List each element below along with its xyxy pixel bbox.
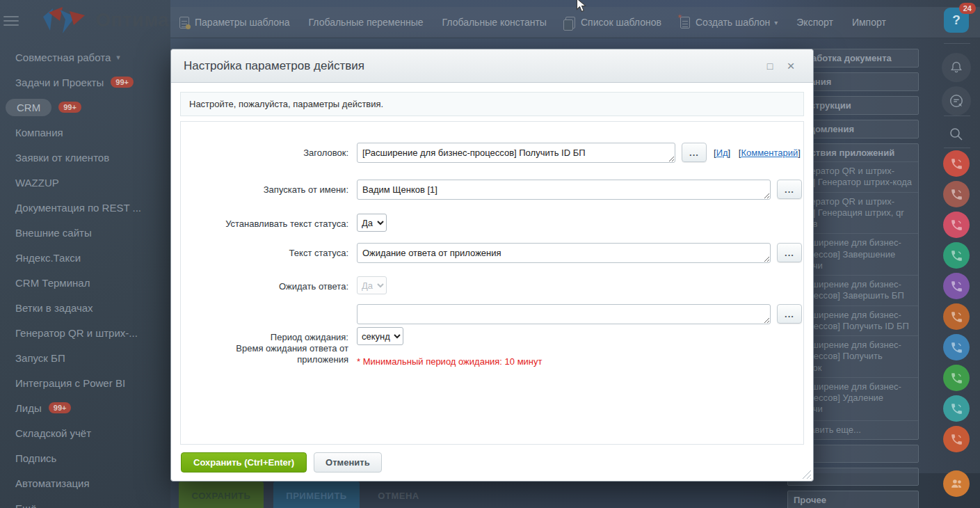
phone-icon[interactable] xyxy=(943,303,970,330)
set-status-text-select[interactable]: Да xyxy=(357,214,387,232)
toolbar-item-label: Импорт xyxy=(852,17,886,28)
title-input[interactable]: [Расширение для бизнес-процессов] Получи… xyxy=(357,143,675,163)
count-badge: 99+ xyxy=(58,102,81,113)
cancel-button[interactable]: Отменить xyxy=(314,452,382,473)
sidebar-item[interactable]: Документация по REST ... xyxy=(15,195,165,220)
sidebar-item[interactable]: CRM Терминал xyxy=(15,270,165,295)
search-icon xyxy=(948,126,965,143)
maximize-icon[interactable]: □ xyxy=(763,59,777,73)
sidebar-item[interactable]: Ветки в задачах xyxy=(15,295,165,320)
menu-burger-icon[interactable] xyxy=(3,16,19,27)
close-icon[interactable]: × xyxy=(784,59,798,73)
field-label-status-text: Текст статуса: xyxy=(181,243,348,259)
phone-icon[interactable] xyxy=(943,426,970,452)
sidebar-item[interactable]: Генератор QR и штрих-... xyxy=(15,320,165,345)
phone-icon[interactable] xyxy=(943,334,970,360)
sidebar-item[interactable]: Автоматизация xyxy=(15,470,165,495)
toolbar-item[interactable]: Глобальные константы xyxy=(442,17,547,28)
dialog-info-message: Настройте, пожалуйста, параметры действи… xyxy=(180,92,804,116)
toolbar-item[interactable]: Импорт xyxy=(852,17,886,28)
phone-icon[interactable] xyxy=(943,273,970,299)
sidebar-item[interactable]: Заявки от клиентов xyxy=(15,145,165,170)
phone-icon[interactable] xyxy=(943,212,970,238)
phone-icon[interactable] xyxy=(943,150,970,177)
users-icon[interactable] xyxy=(943,470,970,497)
phone-icon[interactable] xyxy=(943,395,970,422)
sidebar-item[interactable]: Яндекс.Такси xyxy=(15,245,165,270)
sidebar-item-label: Запуск БП xyxy=(15,352,65,364)
toolbar-item[interactable]: Глобальные переменные xyxy=(309,17,424,28)
sidebar-item[interactable]: Ещё - xyxy=(15,495,165,508)
toolbar-item-label: Экспорт xyxy=(796,17,833,28)
dialog-title: Настройка параметров действия xyxy=(171,49,813,83)
sidebar-item-label: Задачи и Проекты xyxy=(15,77,104,88)
param-link-anchor[interactable]: Комментарий xyxy=(741,148,798,158)
create-template-icon xyxy=(680,17,690,29)
sidebar-item[interactable]: Внешние сайты xyxy=(15,220,165,245)
notifications-button[interactable] xyxy=(942,53,971,82)
sidebar-item-label: CRM Терминал xyxy=(15,277,90,289)
field-label-wait-period: Период ожидания: Время ожидания ответа о… xyxy=(181,327,348,365)
action-category-other[interactable]: Прочее xyxy=(787,491,919,508)
dialog-resize-handle[interactable] xyxy=(801,469,811,479)
question-icon: ? xyxy=(952,13,961,28)
messenger-button[interactable] xyxy=(942,86,971,116)
toolbar-item-label: Создать шаблон xyxy=(696,17,770,28)
sidebar-item[interactable]: Лиды 99+ xyxy=(15,395,165,420)
sidebar-item[interactable]: CRM 99+ xyxy=(15,95,165,120)
status-text-input[interactable]: Ожидание ответа от приложения xyxy=(357,243,771,263)
sidebar-menu: Совместная работа ▾ Задачи и Проекты 99+… xyxy=(15,45,165,508)
save-button[interactable]: Сохранить (Ctrl+Enter) xyxy=(181,452,307,473)
field-label-set-status-text: Устанавливать текст статуса: xyxy=(181,214,348,230)
sidebar-item[interactable]: Складской учёт xyxy=(15,420,165,445)
param-link-anchor[interactable]: Ид xyxy=(716,148,728,158)
sidebar-item-label: Складской учёт xyxy=(15,427,91,439)
phone-icon[interactable] xyxy=(943,365,970,391)
help-count-badge: 24 xyxy=(959,3,976,14)
sidebar-item[interactable]: WAZZUP xyxy=(15,170,165,195)
run-as-more-button[interactable]: ... xyxy=(777,180,802,199)
toolbar-item[interactable]: Список шаблонов xyxy=(565,17,661,29)
logo[interactable]: Оптима xyxy=(42,6,169,35)
sidebar-item-label: Совместная работа xyxy=(15,51,111,63)
bell-icon xyxy=(949,61,963,74)
logo-text: Оптима xyxy=(96,10,169,31)
sidebar-item[interactable]: Компания xyxy=(15,120,165,145)
wait-period-value-input[interactable] xyxy=(357,304,771,324)
action-settings-dialog: Настройка параметров действия □ × Настро… xyxy=(170,49,814,482)
sidebar-item-label: Ещё - xyxy=(15,502,43,508)
sidebar-item[interactable]: Совместная работа ▾ xyxy=(15,45,165,70)
help-button[interactable]: ? 24 xyxy=(944,8,969,33)
status-text-more-button[interactable]: ... xyxy=(777,243,802,262)
phone-icon[interactable] xyxy=(943,242,970,269)
logo-mark-icon xyxy=(42,6,92,35)
title-more-button[interactable]: ... xyxy=(682,143,707,162)
designer-apply-button[interactable]: ПРИМЕНИТЬ xyxy=(273,482,360,508)
chevron-down-icon: ▾ xyxy=(774,19,778,26)
toolbar-item[interactable]: Параметры шаблона xyxy=(179,17,290,29)
designer-save-button[interactable]: СОХРАНИТЬ xyxy=(179,482,264,508)
wait-response-select[interactable]: Да xyxy=(357,276,387,294)
designer-cancel-button[interactable]: ОТМЕНА xyxy=(371,482,426,508)
count-badge: 99+ xyxy=(49,402,72,413)
sidebar-item[interactable]: Интеграция с Power BI xyxy=(15,370,165,395)
wait-period-more-button[interactable]: ... xyxy=(777,304,802,324)
messenger-icon xyxy=(949,93,964,109)
toolbar-item[interactable]: Создать шаблон ▾ xyxy=(680,17,778,29)
toolbar-item[interactable]: Экспорт xyxy=(796,17,833,28)
dialog-titlebar[interactable]: Настройка параметров действия □ × xyxy=(171,49,813,83)
sidebar-item-label: Генератор QR и штрих-... xyxy=(15,327,138,339)
right-icon-rail: ? 24 xyxy=(937,0,980,508)
sidebar-item[interactable]: Подпись xyxy=(15,445,165,470)
count-badge: 99+ xyxy=(111,77,134,88)
run-as-input[interactable]: Вадим Щенков [1] xyxy=(357,180,771,200)
sidebar-item-label: Лиды xyxy=(15,402,42,414)
wait-period-unit-select[interactable]: секунд xyxy=(357,327,403,345)
action-settings-form: Заголовок: [Расширение для бизнес-процес… xyxy=(180,121,804,445)
phone-icon[interactable] xyxy=(943,181,970,207)
search-button[interactable] xyxy=(942,120,971,149)
sidebar-item[interactable]: Задачи и Проекты 99+ xyxy=(15,70,165,95)
sidebar-item[interactable]: Запуск БП xyxy=(15,345,165,370)
template-params-icon xyxy=(179,17,189,29)
template-toolbar: Параметры шаблона Глобальные переменные … xyxy=(170,7,980,38)
